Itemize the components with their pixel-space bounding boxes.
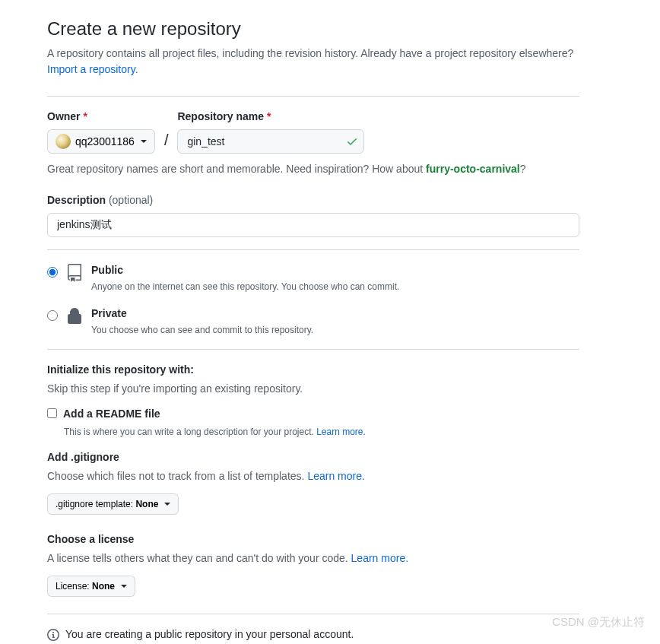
repo-name-label: Repository name * [177,109,364,125]
chevron-down-icon [141,140,147,143]
lock-icon [65,307,84,325]
page-title: Create a new repository [47,15,579,43]
gitignore-learn-more-link[interactable]: Learn more. [307,470,364,482]
name-suggestion-link[interactable]: furry-octo-carnival [426,163,520,175]
owner-select-button[interactable]: qq23001186 [47,129,155,154]
divider [47,96,579,97]
name-hint: Great repository names are short and mem… [47,161,579,177]
license-select-button[interactable]: License: None [47,576,135,597]
init-title: Initialize this repository with: [47,362,579,378]
license-description: A license tells others what they can and… [47,550,579,566]
license-title: Choose a license [47,531,579,547]
info-icon [47,629,59,641]
watermark: CSDN @无休止符 [552,614,645,631]
slash-separator: / [163,128,170,151]
init-subtitle: Skip this step if you're importing an ex… [47,381,579,397]
check-icon [346,135,358,148]
public-description: Anyone on the internet can see this repo… [91,280,399,293]
visibility-private-radio[interactable] [47,310,58,321]
repo-icon [65,264,84,282]
public-label: Public [91,262,399,278]
owner-label: Owner * [47,109,155,125]
info-row: You are creating a public repository in … [47,627,579,642]
gitignore-template-button[interactable]: .gitignore template: None [47,493,179,515]
private-description: You choose who can see and commit to thi… [91,323,313,337]
import-repo-link[interactable]: Import a repository. [47,63,138,75]
divider [47,249,579,250]
private-label: Private [91,306,313,322]
gitignore-title: Add .gitignore [47,449,579,465]
description-input[interactable] [47,213,579,237]
readme-label: Add a README file [63,406,160,422]
divider [47,614,579,614]
gitignore-description: Choose which files not to track from a l… [47,468,579,484]
description-label: Description (optional) [47,192,153,208]
avatar [56,134,71,149]
readme-description: This is where you can write a long descr… [64,425,579,439]
divider [47,349,579,350]
chevron-down-icon [164,503,170,506]
repo-name-input[interactable] [177,129,364,154]
readme-learn-more-link[interactable]: Learn more. [316,427,366,437]
visibility-public-radio[interactable] [47,267,58,278]
license-learn-more-link[interactable]: Learn more. [351,552,408,564]
readme-checkbox[interactable] [47,408,57,418]
page-subtitle: A repository contains all project files,… [47,46,579,78]
chevron-down-icon [121,585,127,588]
